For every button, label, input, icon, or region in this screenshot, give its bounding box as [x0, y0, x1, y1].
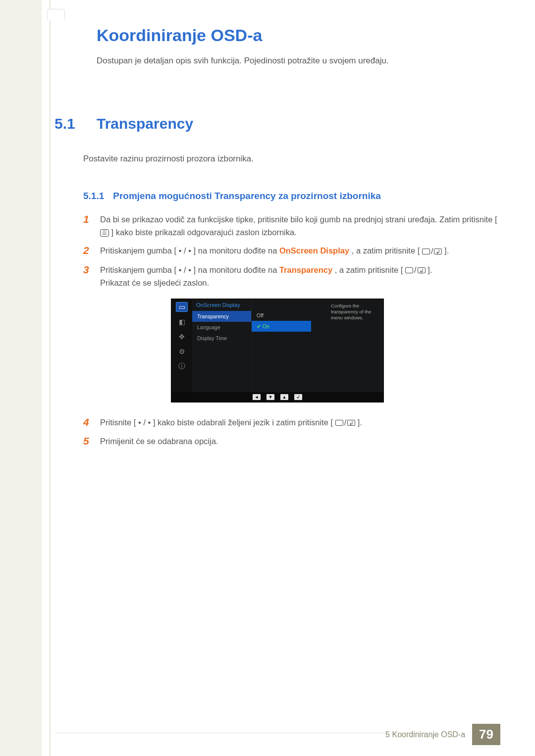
step-text-tail: Prikazat će se sljedeći zaslon.	[100, 278, 209, 287]
chapter-description: Dostupan je detaljan opis svih funkcija.…	[97, 56, 500, 66]
footer-chapter-label: 5 Koordiniranje OSD-a	[385, 730, 472, 739]
chapter-tab-icon	[47, 9, 65, 20]
section-title: Transparency	[97, 115, 193, 132]
display-icon: ▭	[176, 302, 188, 312]
section-description: Postavite razinu prozirnosti prozora izb…	[83, 154, 500, 164]
osd-nav-bar: ◄ ▼ ▲ ↲	[171, 392, 383, 402]
info-icon: ⓘ	[176, 361, 188, 371]
step-text: Pritiskanjem gumba [ • / • ] na monitoru…	[100, 245, 449, 257]
nav-left-icon: ◄	[253, 394, 261, 400]
step-text-post: ] kako biste prikazali odgovarajući zasl…	[111, 228, 297, 237]
step-text-post: ].	[358, 418, 362, 427]
select-enter-icon: /	[422, 245, 442, 258]
step-text-pre: Pritiskanjem gumba [ • / • ] na monitoru…	[100, 246, 279, 255]
step-1: 1 Da bi se prikazao vodič za funkcijske …	[83, 213, 500, 239]
osd-menu-item-display-time: Display Time	[192, 333, 251, 344]
nav-enter-icon: ↲	[294, 394, 302, 400]
step-number: 1	[83, 213, 92, 225]
step-text-pre: Pritiskanjem gumba [ • / • ] na monitoru…	[100, 265, 279, 274]
step-number: 3	[83, 264, 92, 276]
page-footer: 5 Koordiniranje OSD-a 79	[385, 724, 500, 745]
step-text: Pritiskanjem gumba [ • / • ] na monitoru…	[100, 264, 432, 290]
nav-up-icon: ▲	[280, 394, 288, 400]
step-number: 4	[83, 416, 92, 428]
step-2: 2 Pritiskanjem gumba [ • / • ] na monito…	[83, 245, 500, 257]
osd-window: ▭ ◧ ✥ ⚙ ⓘ OnScreen Display Transparency …	[171, 299, 384, 403]
footer-rule	[54, 733, 426, 733]
step-text-pre: Da bi se prikazao vodič za funkcijske ti…	[100, 215, 497, 224]
step-text: Da bi se prikazao vodič za funkcijske ti…	[100, 213, 500, 239]
osd-value-off: Off	[252, 310, 311, 321]
osd-screenshot: ▭ ◧ ✥ ⚙ ⓘ OnScreen Display Transparency …	[54, 299, 500, 403]
osd-value-list: Off On	[252, 299, 311, 392]
step-text-post: ].	[444, 246, 449, 255]
section-number: 5.1	[54, 115, 82, 132]
select-enter-icon: /	[405, 264, 426, 277]
step-text: Primijenit će se odabrana opcija.	[100, 435, 218, 448]
subsection-heading: 5.1.1 Promjena mogućnosti Transparency z…	[83, 191, 500, 202]
subsection-title: Promjena mogućnosti Transparency za proz…	[113, 191, 381, 202]
step-text-mid: , a zatim pritisnite [	[352, 246, 420, 255]
menu-icon	[100, 229, 109, 237]
footer-page-number: 79	[472, 724, 500, 745]
nav-down-icon: ▼	[267, 394, 274, 400]
step-text: Pritisnite [ • / • ] kako biste odabrali…	[100, 416, 362, 429]
osd-menu-list: OnScreen Display Transparency Language D…	[192, 299, 252, 392]
pip-icon: ◧	[176, 317, 188, 327]
term-onscreen-display: OnScreen Display	[279, 246, 349, 255]
manual-page: Koordiniranje OSD-a Dostupan je detaljan…	[0, 0, 535, 756]
chapter-title: Koordiniranje OSD-a	[97, 26, 500, 45]
section-heading: 5.1 Transparency	[54, 115, 500, 132]
step-text-post: ].	[428, 265, 432, 274]
settings-icon: ⚙	[176, 347, 188, 356]
size-icon: ✥	[176, 332, 188, 342]
osd-value-on: On	[252, 321, 311, 332]
osd-menu-item-transparency: Transparency	[192, 311, 251, 322]
step-4: 4 Pritisnite [ • / • ] kako biste odabra…	[83, 416, 500, 429]
step-3: 3 Pritiskanjem gumba [ • / • ] na monito…	[83, 264, 500, 290]
term-transparency: Transparency	[279, 265, 332, 274]
step-text-mid: , a zatim pritisnite [	[335, 265, 403, 274]
osd-menu-title: OnScreen Display	[192, 299, 251, 311]
step-5: 5 Primijenit će se odabrana opcija.	[83, 435, 500, 448]
left-margin-rule	[50, 0, 51, 756]
step-number: 2	[83, 245, 92, 256]
osd-sidebar: ▭ ◧ ✥ ⚙ ⓘ	[171, 299, 192, 392]
select-enter-icon: /	[335, 416, 356, 429]
left-margin-stripe	[0, 0, 42, 756]
subsection-number: 5.1.1	[83, 191, 104, 202]
osd-help-text: Configure the transparency of the menu w…	[328, 299, 383, 392]
step-text-pre: Pritisnite [ • / • ] kako biste odabrali…	[100, 418, 333, 427]
osd-menu-item-language: Language	[192, 322, 251, 333]
step-number: 5	[83, 435, 92, 447]
